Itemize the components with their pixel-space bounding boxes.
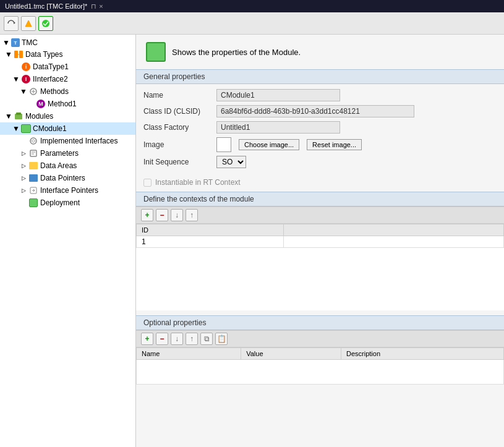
deployment-label: Deployment <box>40 198 80 207</box>
check-icon <box>41 19 50 28</box>
prop-label-classfactory: Class Factory <box>143 123 211 132</box>
deployment-icon <box>28 198 38 208</box>
tree-item-dataareas[interactable]: ▷ Data Areas <box>0 160 135 172</box>
tmc-icon: T <box>11 38 20 47</box>
module-header: Shows the properties of the Module. <box>136 35 504 69</box>
optional-add-button[interactable]: + <box>141 333 153 345</box>
context-up-button[interactable]: ↑ <box>186 209 198 221</box>
expand-dataareas[interactable]: ▷ <box>20 162 27 169</box>
optional-properties-header: Optional properties <box>136 315 504 330</box>
optional-up-button[interactable]: ↑ <box>186 333 198 345</box>
datatype1-label: DataType1 <box>33 62 69 71</box>
implinterfaces-icon <box>28 136 38 146</box>
tree-item-datapointers[interactable]: ▷ Data Pointers <box>0 172 135 184</box>
expand-datatype1 <box>12 63 20 70</box>
interfacepointers-icon <box>28 185 38 195</box>
cmodule1-label: CModule1 <box>33 124 67 133</box>
context-area: ID 1 <box>136 224 504 310</box>
expand-datapointers[interactable]: ▷ <box>20 174 27 182</box>
optional-down-button[interactable]: ↓ <box>171 333 183 345</box>
context-down-button[interactable]: ↓ <box>171 209 183 221</box>
tree-item-deployment[interactable]: Deployment <box>0 197 135 209</box>
optional-remove-button[interactable]: − <box>156 333 168 345</box>
optional-copy-button[interactable]: ⧉ <box>200 333 213 345</box>
context-row-1[interactable]: 1 <box>137 236 504 248</box>
expand-implinterfaces <box>20 137 27 145</box>
tree-item-iinterface2[interactable]: ▼ I IInterface2 <box>0 73 135 85</box>
tree-item-tmc[interactable]: ▼ T TMC <box>0 37 135 48</box>
expand-deployment <box>20 199 27 206</box>
choose-image-button[interactable]: Choose image... <box>239 139 299 150</box>
svg-rect-3 <box>14 51 18 58</box>
context-table: ID 1 <box>136 224 504 248</box>
context-remove-button[interactable]: − <box>156 209 168 221</box>
tree-item-datatype1[interactable]: i DataType1 <box>0 61 135 73</box>
methods-label: Methods <box>40 87 69 96</box>
svg-marker-1 <box>25 20 32 27</box>
instantiable-checkbox[interactable] <box>143 179 152 187</box>
optional-empty-cell <box>137 360 504 385</box>
dataareas-label: Data Areas <box>40 161 77 170</box>
expand-datatypes[interactable]: ▼ <box>5 51 12 58</box>
reset-image-button[interactable]: Reset image... <box>307 139 362 150</box>
svg-rect-12 <box>30 150 36 156</box>
prop-row-init-sequence: Init Sequence SO <box>143 156 497 168</box>
prop-value-name: CModule1 <box>216 89 340 101</box>
method1-icon: M <box>36 99 46 109</box>
tree-item-interfacepointers[interactable]: ▷ Interface Pointers <box>0 184 135 197</box>
svg-rect-4 <box>19 51 23 58</box>
optional-empty-row <box>137 360 504 385</box>
optional-table: Name Value Description <box>136 347 504 385</box>
refresh-icon <box>7 19 15 28</box>
prop-label-init-sequence: Init Sequence <box>143 158 211 166</box>
init-sequence-select[interactable]: SO <box>216 156 246 168</box>
tree-item-modules[interactable]: ▼ Modules <box>0 110 135 122</box>
expand-tmc[interactable]: ▼ <box>2 39 10 46</box>
expand-cmodule1[interactable]: ▼ <box>12 125 20 132</box>
iinterface2-icon: I <box>21 74 31 84</box>
parameters-icon <box>28 148 38 158</box>
tree-item-methods[interactable]: ▼ Methods <box>0 85 135 98</box>
optional-section: Optional properties + − ↓ ↑ ⧉ 📋 Name Val… <box>136 315 504 385</box>
close-tab-icon[interactable]: × <box>99 2 103 10</box>
datapointers-icon <box>28 173 38 183</box>
tree-item-method1[interactable]: M Method1 <box>0 98 135 110</box>
general-properties-header: General properties <box>136 69 504 84</box>
check-button[interactable] <box>38 16 53 31</box>
cmodule1-icon <box>21 124 31 134</box>
parameters-label: Parameters <box>40 149 79 158</box>
main-layout: ▼ T TMC ▼ Data Types i DataType1 ▼ I II <box>0 35 504 447</box>
init-sequence-dropdown: SO <box>216 156 246 168</box>
toolbar <box>0 12 504 35</box>
refresh-button[interactable] <box>4 16 19 31</box>
tree-item-cmodule1[interactable]: ▼ CModule1 <box>0 122 135 135</box>
datatypes-label: Data Types <box>25 50 62 59</box>
tree-item-implinterfaces[interactable]: Implemented Interfaces <box>0 135 135 147</box>
iinterface2-label: IInterface2 <box>33 75 68 83</box>
expand-methods[interactable]: ▼ <box>20 88 27 95</box>
prop-row-name: Name CModule1 <box>143 89 497 101</box>
expand-iinterface2[interactable]: ▼ <box>12 75 20 83</box>
prop-row-image: Image Choose image... Reset image... <box>143 137 497 152</box>
pin-icon[interactable]: ⊓ <box>91 2 96 11</box>
modules-icon <box>14 111 23 121</box>
tmc-label: TMC <box>22 38 38 47</box>
title-bar-label: Untitled1.tmc [TMC Editor]* <box>5 2 87 10</box>
content-panel: Shows the properties of the Module. Gene… <box>136 35 504 447</box>
tree-item-parameters[interactable]: ▷ Parameters <box>0 147 135 160</box>
interfacepointers-label: Interface Pointers <box>40 186 98 195</box>
image-box <box>216 137 231 152</box>
expand-modules[interactable]: ▼ <box>5 113 12 120</box>
tree-item-datatypes[interactable]: ▼ Data Types <box>0 48 135 61</box>
expand-parameters[interactable]: ▷ <box>20 150 27 157</box>
context-section: + − ↓ ↑ ID 1 <box>136 206 504 310</box>
datatypes-icon <box>14 49 23 59</box>
context-add-button[interactable]: + <box>141 209 153 221</box>
dataareas-icon <box>28 161 38 171</box>
prop-label-name: Name <box>143 91 211 100</box>
build-button[interactable] <box>21 16 36 31</box>
optional-col-value: Value <box>241 348 341 360</box>
expand-interfacepointers[interactable]: ▷ <box>20 187 27 194</box>
optional-paste-button[interactable]: 📋 <box>215 333 228 345</box>
module-icon <box>146 42 166 62</box>
